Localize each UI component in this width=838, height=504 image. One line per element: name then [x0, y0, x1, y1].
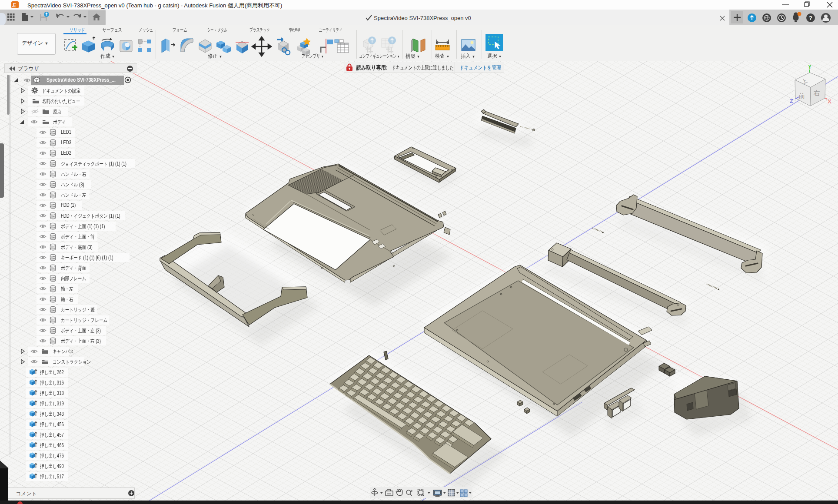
- svg-text:Z: Z: [790, 98, 793, 104]
- svg-text:前: 前: [798, 92, 805, 99]
- svg-text:?: ?: [809, 15, 812, 21]
- svg-text:Y: Y: [808, 64, 811, 70]
- svg-text:X: X: [828, 98, 831, 105]
- svg-text:右: 右: [813, 89, 820, 96]
